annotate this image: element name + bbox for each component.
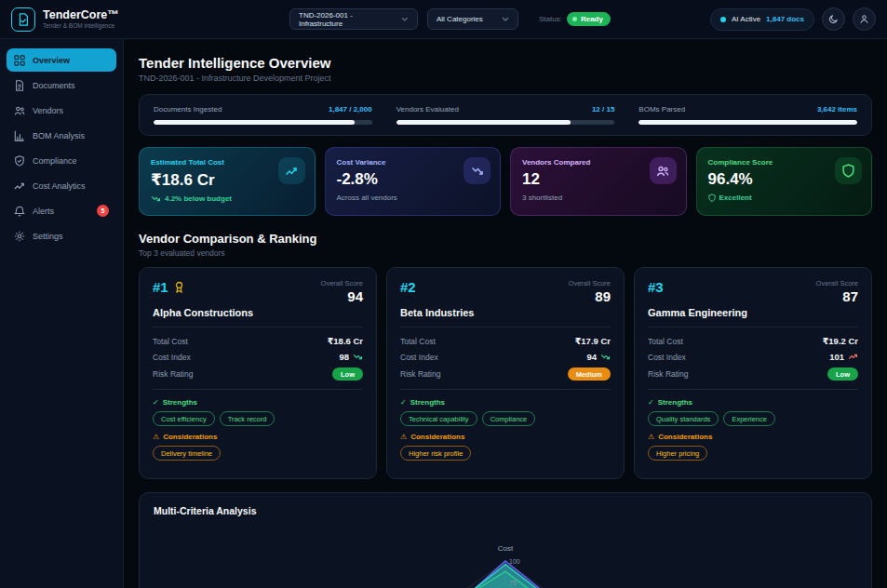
- progress-fill: [638, 120, 857, 125]
- cost-index-label: Cost Index: [400, 353, 438, 362]
- total-cost-value: ₹18.6 Cr: [328, 336, 363, 346]
- page-subtitle: TND-2026-001 - Infrastructure Developmen…: [139, 74, 872, 83]
- vendor-card-gamma[interactable]: #3 Overall Score 87 Gamma Engineering To…: [634, 267, 872, 479]
- sidebar-item-vendors[interactable]: Vendors: [7, 99, 116, 122]
- vendor-rank: #2: [400, 279, 416, 295]
- medal-icon: [174, 281, 184, 293]
- status-dot: [572, 17, 577, 21]
- strength-tag: Compliance: [482, 411, 536, 426]
- vendor-section-subtitle: Top 3 evaluated vendors: [139, 248, 872, 258]
- considerations-header: ⚠ Considerations: [648, 433, 858, 441]
- divider: [400, 327, 611, 327]
- shield-check-icon: [14, 155, 25, 167]
- svg-text:100: 100: [509, 558, 520, 565]
- cost-index-label: Cost Index: [153, 353, 191, 362]
- warning-icon: ⚠: [153, 433, 159, 441]
- sidebar-item-settings[interactable]: Settings: [7, 224, 116, 247]
- users-icon: [650, 157, 677, 184]
- moon-icon: [828, 14, 839, 24]
- risk-badge: Low: [827, 368, 858, 381]
- vendor-card-alpha[interactable]: #1 Overall Score 94 Alpha Constructions …: [139, 267, 377, 479]
- total-cost-value: ₹17.9 Cr: [575, 336, 611, 346]
- strengths-header: ✓ Strengths: [648, 398, 858, 407]
- strength-tag: Quality standards: [648, 411, 719, 426]
- trend-line-icon: [14, 180, 25, 192]
- trending-up-icon: [278, 157, 305, 184]
- sidebar-item-cost-analytics[interactable]: Cost Analytics: [7, 174, 116, 197]
- tender-select-value: TND-2026-001 - Infrastructure: [299, 11, 394, 28]
- status-label: Status:: [539, 15, 562, 23]
- vendor-rank: #1: [153, 279, 184, 295]
- divider: [648, 389, 858, 390]
- vendor-name: Gamma Engineering: [648, 307, 858, 318]
- risk-badge: Low: [332, 368, 363, 381]
- considerations-header: ⚠ Considerations: [400, 433, 611, 441]
- strengths-header: ✓ Strengths: [153, 398, 363, 407]
- cost-index-label: Cost Index: [648, 353, 686, 362]
- progress-documents-ingested: Documents Ingested 1,847 / 2,000: [154, 105, 372, 125]
- app-logo-icon: [11, 7, 35, 32]
- consideration-tag: Higher pricing: [648, 446, 707, 461]
- cost-index-value: 101: [829, 352, 858, 362]
- overall-score-value: 87: [816, 288, 858, 304]
- divider: [648, 327, 858, 327]
- gear-icon: [14, 231, 25, 242]
- progress-track: [154, 120, 372, 125]
- overall-score-value: 89: [569, 288, 611, 304]
- overall-score-label: Overall Score: [321, 279, 363, 287]
- category-select[interactable]: All Categories: [427, 8, 518, 30]
- svg-text:75: 75: [509, 580, 517, 586]
- risk-rating-label: Risk Rating: [153, 369, 193, 379]
- sidebar-item-label: Compliance: [33, 156, 77, 166]
- radar-chart: 100755025CostQualityRisk: [263, 524, 747, 588]
- strengths-header: ✓ Strengths: [400, 398, 611, 407]
- sidebar-item-label: Overview: [33, 56, 70, 65]
- total-cost-value: ₹19.2 Cr: [823, 336, 858, 346]
- ai-dot: [720, 17, 726, 22]
- multi-criteria-analysis-card: Multi-Criteria Analysis 100755025CostQua…: [139, 492, 872, 588]
- bar-chart-icon: [14, 130, 25, 141]
- progress-label: BOMs Parsed: [638, 105, 685, 114]
- progress-label: Vendors Evaluated: [396, 105, 459, 114]
- progress-value: 12 / 15: [592, 105, 614, 114]
- progress-value: 1,847 / 2,000: [329, 105, 372, 114]
- category-select-value: All Categories: [437, 15, 483, 23]
- vendor-rank: #3: [648, 279, 664, 295]
- sidebar-item-documents[interactable]: Documents: [7, 74, 116, 97]
- cost-index-value: 98: [339, 352, 363, 362]
- sidebar-item-compliance[interactable]: Compliance: [7, 149, 116, 172]
- sidebar-item-bom-analysis[interactable]: BOM Analysis: [7, 124, 116, 147]
- trend-down-icon: [353, 354, 363, 360]
- total-cost-label: Total Cost: [648, 337, 683, 346]
- considerations-header: ⚠ Considerations: [153, 433, 363, 441]
- user-profile-button[interactable]: [853, 7, 876, 31]
- tender-select[interactable]: TND-2026-001 - Infrastructure: [289, 8, 418, 30]
- page-title: Tender Intelligence Overview: [139, 55, 872, 71]
- risk-rating-label: Risk Rating: [400, 369, 440, 379]
- cost-index-value: 94: [586, 352, 611, 362]
- overall-score-label: Overall Score: [816, 279, 858, 287]
- kpi-estimated-total-cost: Estimated Total Cost ₹18.6 Cr 4.2% below…: [139, 147, 316, 216]
- progress-label: Documents Ingested: [154, 105, 222, 114]
- sidebar-item-label: Documents: [33, 81, 75, 90]
- trend-down-icon: [600, 354, 611, 360]
- svg-text:Cost: Cost: [498, 544, 514, 553]
- check-icon: ✓: [648, 398, 654, 407]
- progress-fill: [396, 120, 571, 125]
- progress-vendors-evaluated: Vendors Evaluated 12 / 15: [396, 105, 615, 125]
- theme-toggle-button[interactable]: [822, 7, 845, 31]
- users-icon: [14, 105, 25, 116]
- sidebar-item-label: BOM Analysis: [33, 131, 85, 140]
- progress-boms-parsed: BOMs Parsed 3,642 items: [638, 105, 857, 125]
- vendor-card-beta[interactable]: #2 Overall Score 89 Beta Industries Tota…: [386, 267, 625, 479]
- shield-icon: [835, 157, 862, 184]
- warning-icon: ⚠: [648, 433, 654, 441]
- progress-value: 3,642 items: [817, 105, 857, 114]
- sidebar-item-overview[interactable]: Overview: [7, 48, 116, 72]
- progress-fill: [154, 120, 355, 125]
- kpi-subtext: 4.2% below budget: [151, 194, 303, 203]
- sidebar-item-alerts[interactable]: Alerts 5: [7, 199, 116, 222]
- sidebar: Overview Documents Vendors BOM Analysis …: [0, 39, 124, 588]
- total-cost-label: Total Cost: [153, 337, 188, 346]
- risk-rating-label: Risk Rating: [648, 369, 688, 379]
